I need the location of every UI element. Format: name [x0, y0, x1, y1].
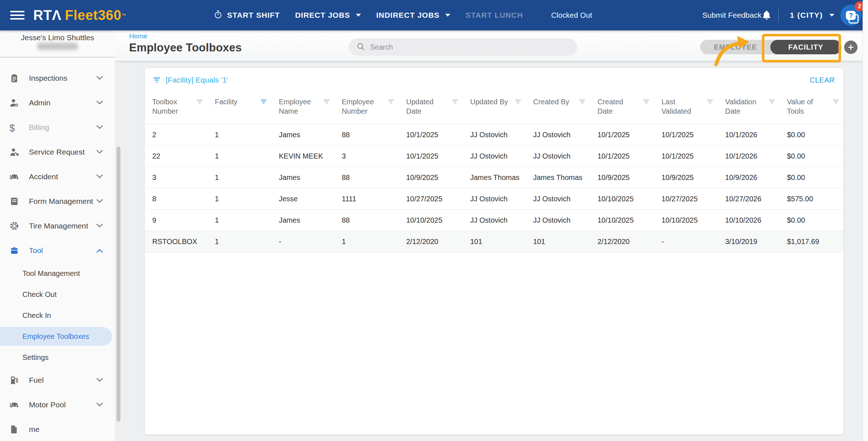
car-icon — [9, 400, 19, 410]
search-icon — [357, 42, 365, 52]
table-cell: 1 — [207, 146, 271, 167]
service-icon — [9, 147, 19, 157]
column-header-employee-number[interactable]: Employee Number — [334, 92, 399, 124]
column-header-updated-by[interactable]: Updated By — [463, 92, 526, 124]
search-input[interactable] — [369, 43, 552, 52]
sidebar-item-inspections[interactable]: Inspections — [0, 66, 115, 91]
column-header-facility[interactable]: Facility — [207, 92, 271, 124]
sidebar-item-label: Admin — [29, 98, 51, 107]
column-filter-icon[interactable] — [515, 100, 521, 104]
sidebar-subitem-label: Check Out — [22, 290, 56, 299]
column-filter-icon[interactable] — [197, 100, 203, 104]
chevron-down-icon — [96, 124, 103, 131]
sidebar-item-settings[interactable]: Settings — [0, 347, 115, 368]
table-cell: Jesse — [271, 188, 334, 210]
column-header-created-by[interactable]: Created By — [526, 92, 590, 124]
facility-selector-dropdown[interactable]: 1 (CITY) — [790, 0, 834, 30]
search-bar[interactable] — [349, 38, 577, 56]
column-header-value-of-tools[interactable]: Value of Tools — [779, 92, 843, 124]
sidebar-item-check-in[interactable]: Check In — [0, 305, 115, 326]
column-header-employee-name[interactable]: Employee Name — [271, 92, 334, 124]
sidebar-item-label: Motor Pool — [29, 400, 66, 409]
sidebar-item-check-out[interactable]: Check Out — [0, 284, 115, 305]
brand-fleet360: Fleet360 — [65, 8, 122, 23]
notifications-bell-icon[interactable] — [761, 0, 772, 30]
table-cell: 3 — [145, 167, 207, 188]
sidebar-item-motor-pool[interactable]: Motor Pool — [0, 392, 115, 417]
sidebar-item-service-request[interactable]: Service Request — [0, 140, 115, 164]
table-row-2[interactable]: 21James8810/1/2025JJ OstovichJJ Ostovich… — [145, 124, 843, 146]
column-label: Validation Date — [725, 97, 764, 116]
column-header-validation-date[interactable]: Validation Date — [718, 92, 779, 124]
table-cell: 10/1/2025 — [654, 124, 718, 146]
column-header-last-validated[interactable]: Last Validated — [654, 92, 718, 124]
column-header-toolbox-number[interactable]: Toolbox Number — [145, 92, 207, 124]
redacted-text-blur — [37, 43, 78, 50]
sidebar-item-me[interactable]: me — [0, 417, 115, 441]
add-toolbox-button[interactable] — [844, 41, 858, 54]
table-cell: 10/1/2025 — [399, 124, 463, 146]
table-cell: 10/1/2025 — [590, 124, 654, 146]
brand-trademark: ™ — [122, 13, 127, 18]
sidebar-item-fuel[interactable]: Fuel — [0, 368, 115, 392]
chevron-down-icon — [96, 173, 103, 180]
start-shift-label: START SHIFT — [227, 11, 280, 20]
help-chat-button[interactable]: ? 2 — [841, 5, 861, 26]
sidebar-item-label: Tire Management — [29, 222, 88, 230]
table-cell: JJ Ostovich — [526, 124, 590, 146]
table-cell: 10/1/2025 — [654, 146, 718, 167]
nav-center-actions: START SHIFT DIRECT JOBS INDIRECT JOBS ST… — [213, 0, 592, 30]
column-filter-icon-active[interactable] — [261, 100, 267, 104]
column-header-created-date[interactable]: Created Date — [590, 92, 654, 124]
clipboard-icon — [9, 74, 19, 83]
toggle-facility-button[interactable]: FACILITY — [770, 40, 841, 54]
column-filter-icon[interactable] — [707, 100, 713, 104]
table-row-8[interactable]: 81Jesse111110/27/2025JJ OstovichJJ Ostov… — [145, 188, 843, 210]
column-filter-icon[interactable] — [324, 100, 330, 104]
employee-facility-toggle: EMPLOYEE FACILITY — [700, 40, 841, 54]
table-cell: 2/12/2020 — [399, 231, 463, 252]
sidebar-item-employee-toolboxes[interactable]: Employee Toolboxes — [0, 326, 115, 347]
top-navbar: RTΛFleet360™ START SHIFT DIRECT JOBS IND… — [0, 0, 868, 30]
column-header-updated-date[interactable]: Updated Date — [399, 92, 463, 124]
active-filter-chip: [Facility] Equals '1' — [153, 76, 228, 84]
column-filter-icon[interactable] — [579, 100, 586, 104]
company-name: Jesse's Limo Shuttles — [0, 33, 115, 42]
column-filter-icon[interactable] — [452, 100, 458, 104]
submit-feedback-link[interactable]: Submit Feedback — [702, 0, 761, 30]
sidebar-item-form-management[interactable]: Form Management — [0, 189, 115, 214]
form-icon — [9, 197, 19, 206]
column-filter-icon[interactable] — [769, 100, 775, 104]
column-filter-icon[interactable] — [388, 100, 394, 104]
column-filter-icon[interactable] — [833, 100, 839, 104]
sidebar-item-tire-management[interactable]: Tire Management — [0, 214, 115, 238]
table-row-rstoolbox[interactable]: RSTOOLBOX1-12/12/20201011012/12/2020-3/1… — [145, 231, 843, 252]
sidebar-item-tool-management[interactable]: Tool Management — [0, 263, 115, 284]
start-shift-button[interactable]: START SHIFT — [213, 10, 280, 21]
sidebar-item-accident[interactable]: Accident — [0, 164, 115, 189]
direct-jobs-dropdown[interactable]: DIRECT JOBS — [295, 11, 361, 20]
indirect-jobs-dropdown[interactable]: INDIRECT JOBS — [376, 11, 450, 20]
hamburger-menu-icon[interactable] — [10, 0, 26, 30]
table-cell: 10/9/2026 — [718, 167, 779, 188]
table-row-9[interactable]: 91James8810/10/2025JJ OstovichJJ Ostovic… — [145, 210, 843, 231]
sidebar-item-admin[interactable]: Admin — [0, 91, 115, 115]
table-row-22[interactable]: 221KEVIN MEEK310/1/2025JJ OstovichJJ Ost… — [145, 146, 843, 167]
help-question-icon: ? — [846, 11, 856, 20]
sidebar: Jesse's Limo Shuttles InspectionsAdmin$B… — [0, 30, 115, 441]
sidebar-scrollbar-thumb[interactable] — [116, 147, 120, 422]
file-icon — [9, 425, 19, 434]
clear-filter-button[interactable]: CLEAR — [810, 76, 835, 84]
toggle-employee-button[interactable]: EMPLOYEE — [700, 40, 771, 54]
column-label: Last Validated — [661, 97, 702, 116]
caret-down-icon — [445, 14, 450, 17]
sidebar-item-tool[interactable]: Tool — [0, 238, 115, 263]
table-cell: 3 — [334, 146, 399, 167]
sidebar-item-billing[interactable]: $Billing — [0, 115, 115, 140]
table-cell: $575.00 — [779, 188, 843, 210]
column-filter-icon[interactable] — [643, 100, 650, 104]
breadcrumb-home-link[interactable]: Home — [129, 32, 148, 40]
table-row-3[interactable]: 31James8810/9/2025James ThomasJames Thom… — [145, 167, 843, 188]
table-cell: 88 — [334, 124, 399, 146]
page-scrollbar-track[interactable] — [863, 0, 868, 441]
